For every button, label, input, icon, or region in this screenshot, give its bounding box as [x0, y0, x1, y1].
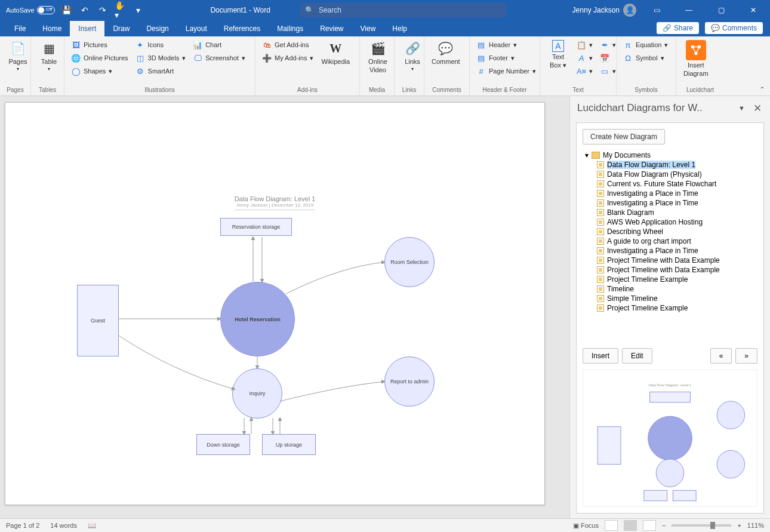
tab-design[interactable]: Design	[138, 21, 177, 36]
tree-item[interactable]: Data Flow Diagram (Physical)	[583, 170, 757, 179]
maximize-icon[interactable]: ▢	[709, 0, 733, 20]
tree-item[interactable]: Data Flow Diagram: Level 1	[583, 160, 757, 170]
status-bar: Page 1 of 2 14 words 📖 ▣ Focus − + 111%	[0, 518, 770, 532]
tree-item[interactable]: Investigating a Place in Time	[583, 198, 757, 208]
screenshot-button[interactable]: 🖵Screenshot ▾	[191, 52, 247, 64]
save-icon[interactable]: 💾	[61, 4, 73, 16]
word-count[interactable]: 14 words	[50, 522, 77, 529]
share-button[interactable]: 🔗Share	[657, 22, 699, 34]
online-pictures-button[interactable]: 🌐Online Pictures	[69, 52, 130, 64]
tree-item[interactable]: Timeline	[583, 284, 757, 294]
pictures-button[interactable]: 🖼Pictures	[69, 39, 130, 51]
create-diagram-button[interactable]: Create New Diagram	[583, 129, 665, 144]
doc-icon	[597, 295, 604, 302]
panel-edit-button[interactable]: Edit	[622, 348, 652, 364]
touch-mode-icon[interactable]: ✋▾	[115, 4, 127, 16]
header-button[interactable]: ▤Header ▾	[475, 39, 538, 51]
proofing-icon[interactable]: 📖	[88, 522, 96, 530]
tab-help[interactable]: Help	[384, 21, 415, 36]
page-number-button[interactable]: #Page Number ▾	[475, 65, 538, 77]
document-area[interactable]: Data Flow Diagram: Level 1 Jenny Jackson…	[0, 96, 569, 518]
tree-item[interactable]: Blank Diagram	[583, 208, 757, 217]
3d-models-button[interactable]: ◫3D Models ▾	[134, 52, 188, 64]
links-button[interactable]: 🔗Links▾	[399, 39, 426, 73]
close-icon[interactable]: ✕	[741, 0, 765, 20]
dropcap-button[interactable]: A≡▾	[575, 65, 595, 77]
tree-item[interactable]: A guide to org chart import	[583, 236, 757, 246]
autosave-toggle[interactable]: AutoSave Off	[6, 6, 55, 14]
textbox-button[interactable]: ATextBox ▾	[545, 39, 571, 70]
tree-item[interactable]: Project Timeline with Data Example	[583, 265, 757, 275]
tab-layout[interactable]: Layout	[177, 21, 215, 36]
pictures-icon: 🖼	[71, 40, 81, 50]
comment-button[interactable]: 💬Comment	[429, 39, 463, 66]
lucidchart-insert-button[interactable]: InsertDiagram	[681, 39, 711, 78]
tab-file[interactable]: File	[6, 21, 34, 36]
tab-references[interactable]: References	[215, 21, 269, 36]
shapes-button[interactable]: ◯Shapes ▾	[69, 65, 130, 77]
comments-button[interactable]: 💬Comments	[705, 22, 763, 34]
icons-button[interactable]: ✦Icons	[134, 39, 188, 51]
web-layout-icon[interactable]	[643, 520, 656, 531]
smartart-button[interactable]: ⚙SmartArt	[134, 65, 188, 77]
chart-button[interactable]: 📊Chart	[191, 39, 247, 51]
search-box[interactable]: 🔍 Search	[300, 3, 506, 17]
tab-review[interactable]: Review	[312, 21, 352, 36]
tree-item[interactable]: Project Timeline Example	[583, 275, 757, 284]
tree-item[interactable]: AWS Web Application Hosting	[583, 217, 757, 227]
tree-item[interactable]: Investigating a Place in Time	[583, 246, 757, 256]
minimize-icon[interactable]: —	[677, 0, 701, 20]
panel-next-button[interactable]: »	[735, 348, 757, 364]
zoom-in-icon[interactable]: +	[737, 522, 741, 529]
panel-close-icon[interactable]: ✕	[752, 103, 763, 113]
quickparts-button[interactable]: 📋▾	[575, 39, 595, 51]
collapse-ribbon-icon[interactable]: ⌃	[759, 85, 765, 94]
account-button[interactable]: Jenny Jackson 👤	[572, 4, 636, 17]
panel-prev-button[interactable]: «	[710, 348, 732, 364]
object-button[interactable]: ▭▾	[598, 65, 618, 77]
tab-view[interactable]: View	[352, 21, 384, 36]
table-button[interactable]: ▦Table▾	[36, 39, 62, 73]
wordart-button[interactable]: A▾	[575, 52, 595, 64]
panel-insert-button[interactable]: Insert	[583, 348, 618, 364]
my-addins-button[interactable]: ➕My Add-ins ▾	[260, 52, 315, 64]
symbol-button[interactable]: ΩSymbol ▾	[621, 52, 670, 64]
tab-draw[interactable]: Draw	[104, 21, 138, 36]
zoom-out-icon[interactable]: −	[662, 522, 666, 529]
qat-customize-icon[interactable]: ▾	[133, 4, 144, 16]
tree-folder[interactable]: ▾My Documents	[583, 150, 757, 160]
footer-button[interactable]: ▤Footer ▾	[475, 52, 538, 64]
focus-button[interactable]: ▣ Focus	[573, 522, 599, 530]
tree-item[interactable]: Project Timeline with Data Example	[583, 256, 757, 265]
expand-icon[interactable]: ▾	[585, 151, 589, 159]
wikipedia-button[interactable]: WWikipedia	[319, 39, 352, 66]
tab-home[interactable]: Home	[34, 21, 70, 36]
panel-menu-icon[interactable]: ▼	[738, 104, 745, 112]
online-video-button[interactable]: 🎬OnlineVideo	[365, 39, 391, 75]
page-indicator[interactable]: Page 1 of 2	[6, 522, 39, 529]
document-tree[interactable]: ▾My Documents Data Flow Diagram: Level 1…	[583, 150, 757, 342]
get-addins-button[interactable]: 🛍Get Add-ins	[260, 39, 315, 51]
zoom-level[interactable]: 111%	[747, 522, 764, 529]
tab-insert[interactable]: Insert	[70, 21, 104, 36]
tree-item[interactable]: Investigating a Place in Time	[583, 189, 757, 198]
read-mode-icon[interactable]	[605, 520, 618, 531]
tree-item[interactable]: Project Timeline Example	[583, 303, 757, 313]
ribbon-display-options-icon[interactable]: ▭	[645, 0, 669, 20]
dropcap-icon: A≡	[577, 66, 586, 76]
equation-button[interactable]: πEquation ▾	[621, 39, 670, 51]
redo-icon[interactable]: ↷	[97, 4, 109, 16]
tree-item[interactable]: Describing Wheel	[583, 227, 757, 236]
avatar-icon: 👤	[623, 4, 636, 17]
diagram-preview: Data Flow Diagram: Level 1	[583, 370, 757, 507]
print-layout-icon[interactable]	[624, 520, 637, 531]
tree-item[interactable]: Current vs. Future State Flowchart	[583, 179, 757, 189]
undo-icon[interactable]: ↶	[79, 4, 91, 16]
svg-rect-13	[597, 427, 621, 465]
tree-item[interactable]: Simple Timeline	[583, 294, 757, 303]
signature-button[interactable]: ✒▾	[598, 39, 618, 51]
pages-button[interactable]: 📄Pages▾	[5, 39, 31, 73]
zoom-slider[interactable]	[672, 524, 731, 527]
datetime-button[interactable]: 📅	[598, 52, 618, 64]
tab-mailings[interactable]: Mailings	[269, 21, 312, 36]
